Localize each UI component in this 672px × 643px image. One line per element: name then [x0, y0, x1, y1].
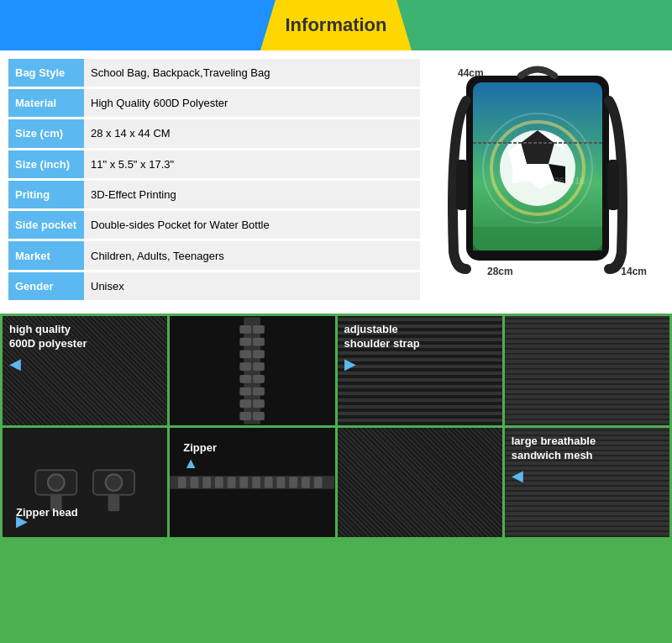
feature-sandwich-label: large breathablesandwich mesh	[505, 428, 602, 463]
svg-rect-43	[191, 477, 199, 488]
width-label: 28cm	[487, 266, 513, 277]
svg-rect-23	[240, 362, 252, 371]
backpack-area: 44cm 28cm 14cm Store No: 1267916	[428, 59, 664, 303]
svg-rect-30	[253, 399, 265, 408]
table-value: Children, Adults, Teenagers	[84, 240, 420, 271]
svg-rect-46	[228, 477, 236, 488]
feature-zipper-2: Zipper ▲	[170, 428, 334, 537]
zipper2-icon: ▲	[176, 451, 205, 476]
feature-fabric: high quality600D polyester ◀	[3, 316, 167, 425]
table-label: Material	[8, 87, 84, 118]
table-label: Gender	[8, 271, 84, 301]
feature-mesh	[505, 316, 669, 425]
svg-point-37	[106, 474, 123, 491]
feature-shoulder-icon: ▶	[338, 351, 363, 377]
svg-rect-17	[240, 325, 252, 334]
svg-rect-27	[240, 387, 252, 396]
svg-rect-44	[203, 477, 212, 488]
zipper-big-svg	[170, 316, 334, 425]
svg-rect-42	[178, 477, 186, 488]
table-label: Size (inch)	[8, 149, 84, 179]
svg-rect-45	[215, 477, 223, 488]
feature-fabric-icon: ◀	[3, 351, 28, 377]
dimension-depth: 14cm	[621, 266, 647, 277]
store-watermark: Store No: 1267916	[507, 176, 585, 186]
svg-rect-20	[253, 338, 265, 346]
table-label: Size (cm)	[8, 119, 84, 149]
table-label: Bag Style	[8, 59, 84, 87]
feature-sandwich-icon: ◀	[505, 463, 530, 488]
svg-rect-39	[108, 495, 120, 512]
feature-sandwich: large breathablesandwich mesh ◀	[505, 428, 669, 537]
info-wrapper: Bag StyleSchool Bag, Backpack,Traveling …	[0, 50, 672, 314]
svg-rect-25	[240, 375, 252, 383]
info-section: Bag StyleSchool Bag, Backpack,Traveling …	[0, 50, 672, 311]
svg-rect-53	[314, 477, 323, 488]
svg-rect-49	[265, 477, 273, 488]
feature-zipper-head: Zipper head ▶	[3, 428, 167, 537]
page-header: Information	[0, 0, 672, 50]
zipper-head-icon: ▶	[9, 509, 34, 534]
table-value: School Bag, Backpack,Traveling Bag	[84, 59, 420, 87]
svg-rect-32	[253, 412, 265, 420]
svg-rect-21	[240, 350, 252, 358]
features-grid: high quality600D polyester ◀	[0, 314, 672, 540]
product-info-table: Bag StyleSchool Bag, Backpack,Traveling …	[8, 59, 420, 303]
table-value: Unisex	[84, 271, 420, 301]
svg-rect-28	[253, 387, 265, 396]
svg-rect-48	[252, 477, 260, 488]
feature-shoulder-label: adjustableshoulder strap	[338, 316, 427, 351]
svg-rect-11	[473, 227, 602, 250]
svg-rect-50	[277, 477, 286, 488]
feature-blank	[338, 428, 502, 537]
svg-rect-26	[253, 375, 265, 383]
table-value: Double-sides Pocket for Water Bottle	[84, 210, 420, 240]
feature-fabric-label: high quality600D polyester	[3, 316, 94, 351]
svg-rect-24	[253, 362, 265, 371]
svg-rect-29	[240, 399, 252, 408]
depth-label: 14cm	[621, 266, 647, 277]
svg-rect-22	[253, 350, 265, 358]
table-label: Market	[8, 240, 84, 271]
header-diamond: Information	[260, 0, 412, 50]
table-value: 11" x 5.5" x 17.3"	[84, 149, 420, 179]
svg-rect-13	[456, 160, 468, 210]
dimension-width: 28cm	[487, 266, 513, 277]
svg-rect-14	[607, 160, 619, 210]
table-value: 28 x 14 x 44 CM	[84, 119, 420, 149]
feature-zipper-big	[170, 316, 334, 425]
page-title: Information	[286, 14, 387, 36]
svg-rect-19	[240, 338, 252, 346]
table-label: Side pocket	[8, 210, 84, 240]
svg-rect-47	[240, 477, 249, 488]
dimension-height: 44cm	[458, 67, 484, 79]
svg-rect-51	[290, 477, 298, 488]
svg-rect-18	[253, 325, 265, 334]
svg-point-36	[48, 474, 65, 491]
feature-shoulder: adjustableshoulder strap ▶	[338, 316, 502, 425]
svg-rect-31	[240, 412, 252, 420]
table-value: High Quality 600D Polyester	[84, 87, 420, 118]
svg-rect-52	[302, 477, 310, 488]
height-label: 44cm	[458, 67, 484, 79]
table-label: Priting	[8, 179, 84, 209]
table-value: 3D-Effect Printing	[84, 179, 420, 209]
